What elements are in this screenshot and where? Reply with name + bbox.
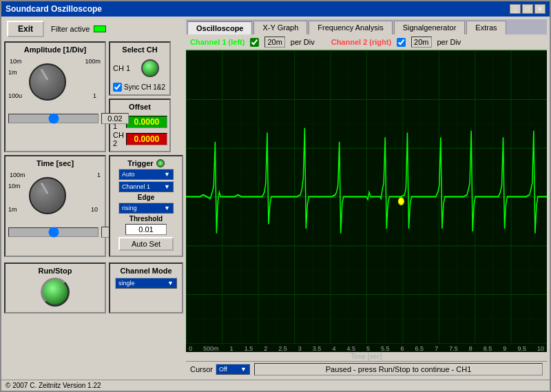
amplitude-value-input[interactable]	[101, 113, 129, 124]
t65: 6.5	[415, 345, 424, 352]
offset-title: Offset	[113, 103, 167, 111]
bottom-row: Cursor Off ▼ Paused - press Run/Stop to …	[186, 361, 547, 377]
right-panel: Oscilloscope X-Y Graph Frequency Analysi…	[186, 19, 547, 377]
t8: 8	[469, 345, 472, 352]
time-label-100m: 100m	[10, 172, 25, 178]
edge-title: Edge	[113, 194, 179, 201]
trigger-title-row: Trigger	[113, 159, 179, 167]
channel-mode-panel: Channel Mode single ▼	[109, 262, 183, 313]
sync-label: Sync CH 1&2	[124, 83, 165, 91]
exit-button[interactable]: Exit	[7, 21, 44, 37]
ch1-display-checkbox[interactable]	[250, 38, 259, 47]
ch2-offset-input[interactable]	[126, 133, 167, 145]
ch1-offset-input[interactable]	[126, 116, 167, 128]
amp-label-1: 1	[93, 92, 96, 99]
tab-signalgenerator[interactable]: Signalgenerator	[394, 21, 466, 34]
tab-extras[interactable]: Extras	[466, 21, 506, 34]
amp-label-1m: 1m	[8, 69, 17, 76]
time-trigger-row: Time [sec] 100m 10m 1 1m 10	[4, 155, 183, 257]
t0: 0	[189, 345, 192, 352]
ch2-per-div-value: 20m	[411, 37, 431, 48]
trigger-channel-arrow: ▼	[164, 183, 170, 190]
trigger-channel-label: Channel 1	[122, 183, 150, 190]
channel-mode-label: single	[118, 280, 135, 287]
tab-xy-graph[interactable]: X-Y Graph	[253, 21, 307, 34]
threshold-title: Threshold	[113, 215, 179, 223]
cursor-value: Off	[219, 366, 227, 373]
time-title: Time [sec]	[8, 159, 102, 167]
t500m: 500m	[203, 345, 219, 352]
run-stop-title: Run/Stop	[8, 267, 102, 275]
time-label-10m: 10m	[8, 183, 21, 189]
minimize-button[interactable]: _	[510, 4, 521, 14]
ch2-display-label: Channel 2 (right)	[331, 38, 391, 46]
trigger-led	[156, 159, 165, 167]
tab-frequency-analysis[interactable]: Frequency Analysis	[309, 21, 392, 34]
channel-controls-row: Channel 1 (left) 20m per Div Channel 2 (…	[186, 34, 547, 50]
t6: 6	[401, 345, 404, 352]
trigger-channel-dropdown[interactable]: Channel 1 ▼	[118, 181, 174, 192]
trigger-edge-arrow: ▼	[164, 205, 170, 212]
run-stop-button[interactable]	[41, 278, 70, 307]
t9: 9	[503, 345, 506, 352]
filter-led	[94, 25, 106, 32]
trigger-panel: Trigger Auto ▼ Channel 1 ▼ Edge rising	[109, 155, 183, 257]
t35: 3.5	[313, 345, 322, 352]
amplitude-knob[interactable]	[29, 63, 66, 101]
ch1-display-label: Channel 1 (left)	[190, 38, 245, 46]
offset-panel: Offset CH 1 CH 2	[109, 99, 171, 152]
ch2-per-div-unit: per Div	[437, 38, 461, 46]
channel-mode-arrow: ▼	[167, 280, 174, 287]
tab-oscilloscope[interactable]: Oscilloscope	[187, 21, 252, 34]
t85: 8.5	[484, 345, 492, 352]
close-button[interactable]: ✕	[534, 4, 545, 14]
amplitude-slider[interactable]	[8, 114, 98, 123]
tabs-row: Oscilloscope X-Y Graph Frequency Analysi…	[186, 19, 547, 34]
t7: 7	[435, 345, 438, 352]
t5: 5	[366, 345, 370, 352]
select-offset-col: Select CH CH 1 Sync CH 1&2 Offset	[109, 41, 171, 152]
sync-checkbox[interactable]	[113, 83, 122, 92]
amplitude-panel: Amplitude [1/Div] 10m 1m 100m 100u 1	[4, 41, 106, 152]
sync-area: Sync CH 1&2	[113, 83, 167, 92]
select-ch-title: Select CH	[113, 45, 167, 54]
amp-label-100m: 100m	[85, 58, 101, 65]
amplitude-row: Amplitude [1/Div] 10m 1m 100m 100u 1	[4, 41, 183, 152]
auto-set-button[interactable]: Auto Set	[118, 237, 174, 251]
time-label-10: 10	[91, 206, 98, 213]
channel-mode-dropdown[interactable]: single ▼	[115, 278, 177, 289]
trigger-mode-dropdown[interactable]: Auto ▼	[118, 169, 174, 180]
ch1-led[interactable]	[141, 59, 159, 77]
ch1-per-div-unit: per Div	[291, 38, 315, 46]
ch2-display-checkbox[interactable]	[397, 38, 406, 47]
t3: 3	[298, 345, 302, 352]
threshold-input[interactable]	[125, 224, 167, 235]
filter-active-area: Filter active	[51, 25, 106, 33]
maximize-button[interactable]: □	[522, 4, 533, 14]
top-controls: Exit Filter active	[4, 19, 183, 39]
time-slider[interactable]	[8, 227, 98, 237]
copyright-bar: © 2007 C. Zeitnitz Version 1.22	[1, 380, 550, 391]
amplitude-knob-area: 10m 1m 100m 100u 1	[8, 56, 102, 112]
amplitude-slider-area	[8, 113, 102, 124]
amp-label-100u: 100u	[8, 92, 22, 99]
main-window: Soundcard Oszilloscope _ □ ✕ Exit Filter…	[0, 0, 551, 392]
status-bar: Paused - press Run/Stop to continue - CH…	[254, 363, 543, 375]
cursor-dropdown[interactable]: Off ▼	[216, 364, 250, 375]
run-channelmode-row: Run/Stop Channel Mode single ▼	[4, 260, 183, 313]
copyright-text: © 2007 C. Zeitnitz Version 1.22	[6, 382, 101, 389]
t15: 1.5	[245, 345, 253, 352]
time-panel: Time [sec] 100m 10m 1 1m 10	[4, 155, 106, 257]
t25: 2.5	[278, 345, 287, 352]
window-title: Soundcard Oszilloscope	[6, 4, 102, 14]
time-label-1m: 1m	[8, 206, 17, 213]
t55: 5.5	[381, 345, 390, 352]
trigger-mode-arrow: ▼	[164, 171, 170, 178]
time-knob[interactable]	[29, 177, 66, 214]
time-axis-labels: 0 500m 1 1.5 2 2.5 3 3.5 4 4.5 5 5.5 6 6…	[186, 345, 547, 352]
svg-point-4	[398, 198, 404, 205]
trigger-edge-dropdown[interactable]: rising ▼	[118, 203, 174, 214]
main-content: Exit Filter active Amplitude [1/Div] 10m…	[1, 17, 550, 380]
trigger-title: Trigger	[127, 159, 153, 167]
ch1-label: CH 1	[113, 64, 130, 72]
